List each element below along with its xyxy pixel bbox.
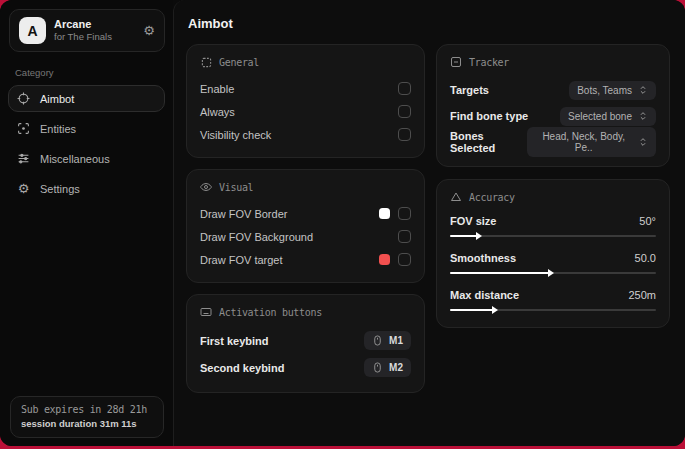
visibility-check-checkbox[interactable]: [398, 128, 411, 141]
setting-label: Draw FOV target: [200, 254, 283, 266]
panel-title: Accuracy: [469, 192, 515, 203]
dropdown-value: Selected bone: [568, 111, 632, 122]
gear-icon: ⚙: [17, 182, 30, 195]
setting-label: Find bone type: [450, 110, 528, 122]
find-bone-type-dropdown[interactable]: Selected bone: [560, 107, 656, 126]
app-subtitle: for The Finals: [54, 31, 135, 43]
setting-label: Targets: [450, 84, 489, 96]
chevrons-up-down-icon: [638, 111, 648, 121]
app-logo: A: [19, 17, 46, 44]
setting-row-find-bone-type: Find bone type Selected bone: [450, 103, 656, 129]
scan-icon: [17, 122, 30, 135]
main-content: Aimbot General Enable Alw: [173, 0, 685, 446]
slider-fill: [450, 235, 477, 237]
setting-label: Max distance: [450, 289, 519, 301]
page-title: Aimbot: [188, 16, 670, 31]
setting-row-targets: Targets Bots, Teams: [450, 77, 656, 103]
max-distance-slider[interactable]: [450, 306, 656, 314]
sidebar: A Arcane for The Finals ⚙ Category Aimbo…: [0, 0, 173, 446]
brand-card: A Arcane for The Finals ⚙: [9, 9, 165, 52]
tracker-panel: Tracker Targets Bots, Teams Find bone ty…: [436, 44, 670, 167]
sidebar-item-settings[interactable]: ⚙ Settings: [8, 175, 165, 202]
panel-title: Visual: [219, 182, 253, 193]
slider-fill: [450, 272, 549, 274]
setting-row-fov-border: Draw FOV Border: [200, 202, 411, 225]
fov-background-checkbox[interactable]: [398, 230, 411, 243]
setting-label: Second keybind: [200, 362, 284, 374]
setting-row-visibility-check: Visibility check: [200, 123, 411, 146]
setting-row-bones-selected: Bones Selected Head, Neck, Body, Pe..: [450, 129, 656, 155]
fov-size-value: 50°: [639, 215, 656, 227]
first-keybind-button[interactable]: M1: [364, 331, 411, 350]
triangle-icon: [450, 191, 462, 203]
fov-target-checkbox[interactable]: [398, 253, 411, 266]
setting-row-max-distance: Max distance 250m: [450, 286, 656, 314]
accuracy-panel: Accuracy FOV size 50°: [436, 179, 670, 328]
setting-label: Smoothness: [450, 252, 516, 264]
mouse-icon: [372, 362, 383, 373]
bones-selected-dropdown[interactable]: Head, Neck, Body, Pe..: [527, 127, 656, 157]
setting-row-enable: Enable: [200, 77, 411, 100]
dropdown-value: Bots, Teams: [577, 85, 632, 96]
smoothness-slider[interactable]: [450, 269, 656, 277]
setting-row-second-keybind: Second keybind M2: [200, 354, 411, 381]
sidebar-nav: Aimbot Entities Miscellaneous ⚙ Settings: [0, 85, 173, 203]
targets-dropdown[interactable]: Bots, Teams: [569, 81, 656, 100]
slider-fill: [450, 309, 493, 311]
sidebar-item-entities[interactable]: Entities: [8, 115, 165, 142]
chevrons-up-down-icon: [638, 137, 648, 147]
setting-row-fov-target: Draw FOV target: [200, 248, 411, 271]
setting-label: Draw FOV Border: [200, 208, 287, 220]
setting-row-fov-background: Draw FOV Background: [200, 225, 411, 248]
sidebar-item-label: Entities: [40, 123, 76, 135]
max-distance-value: 250m: [628, 289, 656, 301]
sidebar-item-label: Aimbot: [40, 93, 74, 105]
sidebar-item-label: Miscellaneous: [40, 153, 110, 165]
visual-panel: Visual Draw FOV Border Draw FOV Backgrou…: [186, 169, 425, 283]
setting-label: Visibility check: [200, 129, 271, 141]
setting-row-first-keybind: First keybind M1: [200, 327, 411, 354]
dropdown-value: Head, Neck, Body, Pe..: [535, 131, 632, 153]
keyboard-icon: [200, 306, 212, 318]
setting-label: Draw FOV Background: [200, 231, 313, 243]
setting-row-smoothness: Smoothness 50.0: [450, 249, 656, 277]
setting-row-always: Always: [200, 100, 411, 123]
smoothness-value: 50.0: [635, 252, 656, 264]
panel-title: Tracker: [469, 57, 509, 68]
sidebar-item-miscellaneous[interactable]: Miscellaneous: [8, 145, 165, 172]
fov-size-slider[interactable]: [450, 232, 656, 240]
activation-buttons-panel: Activation buttons First keybind M1 Seco…: [186, 294, 425, 393]
keybind-value: M1: [389, 335, 403, 346]
setting-label: FOV size: [450, 215, 496, 227]
gear-icon[interactable]: ⚙: [143, 24, 155, 37]
category-label: Category: [15, 67, 173, 78]
dashed-grid-icon: [200, 56, 212, 68]
general-panel: General Enable Always Visibility check: [186, 44, 425, 158]
setting-label: Enable: [200, 83, 234, 95]
app-name: Arcane: [54, 18, 135, 32]
chevrons-up-down-icon: [638, 85, 648, 95]
panel-title: General: [219, 57, 259, 68]
sub-expires-text: Sub expires in 28d 21h: [21, 404, 153, 415]
setting-label: Bones Selected: [450, 130, 527, 154]
setting-label: First keybind: [200, 335, 268, 347]
crosshair-icon: [17, 92, 30, 105]
fov-target-color-swatch[interactable]: [379, 254, 390, 265]
keybind-value: M2: [389, 362, 403, 373]
fov-border-checkbox[interactable]: [398, 207, 411, 220]
always-checkbox[interactable]: [398, 105, 411, 118]
enable-checkbox[interactable]: [398, 82, 411, 95]
sliders-icon: [17, 152, 30, 165]
mouse-icon: [372, 335, 383, 346]
app-window: A Arcane for The Finals ⚙ Category Aimbo…: [0, 0, 685, 446]
square-minus-icon: [450, 56, 462, 68]
session-duration-text: session duration 31m 11s: [21, 418, 153, 429]
setting-row-fov-size: FOV size 50°: [450, 212, 656, 240]
fov-border-color-swatch[interactable]: [379, 208, 390, 219]
panel-title: Activation buttons: [219, 307, 322, 318]
sidebar-item-aimbot[interactable]: Aimbot: [8, 85, 165, 112]
setting-label: Always: [200, 106, 235, 118]
sidebar-item-label: Settings: [40, 183, 80, 195]
second-keybind-button[interactable]: M2: [364, 358, 411, 377]
eye-icon: [200, 181, 212, 193]
